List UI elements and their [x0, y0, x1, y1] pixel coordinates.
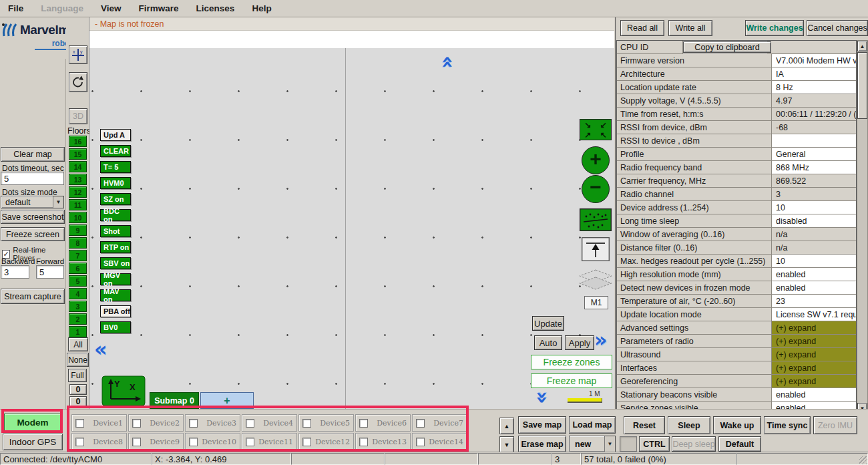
floor-button-2[interactable]: 2	[69, 313, 87, 325]
zero-imu-button[interactable]: Zero IMU	[813, 416, 857, 434]
erase-map-button[interactable]: Erase map	[518, 436, 566, 452]
map-cmd-sbv-on[interactable]: SBV on	[100, 257, 131, 269]
menu-firmware[interactable]: Firmware	[139, 3, 179, 13]
reset-button[interactable]: Reset	[624, 416, 665, 434]
write-changes-button[interactable]: Write changes	[745, 20, 804, 36]
param-value-parameters-of-radio[interactable]: (+) expand	[772, 335, 856, 347]
checkbox-icon[interactable]	[359, 419, 368, 428]
pan-left-icon[interactable]: «	[94, 341, 107, 358]
load-map-button[interactable]: Load map	[569, 416, 616, 434]
device-toggle-13[interactable]: Device13	[355, 433, 411, 450]
floor-button-4[interactable]: 4	[69, 288, 87, 299]
apply-button[interactable]: Apply	[565, 335, 594, 350]
floor-button-10[interactable]: 10	[69, 212, 87, 223]
checkbox-icon[interactable]	[359, 438, 368, 446]
ctrl-button[interactable]: CTRL	[639, 436, 670, 452]
map-cmd-bv0[interactable]: BV0	[100, 321, 131, 333]
device-list-up-button[interactable]: ▲	[499, 418, 514, 434]
param-value-interfaces[interactable]: (+) expand	[772, 361, 856, 374]
floor-button-12[interactable]: 12	[69, 186, 87, 198]
deep-sleep-button[interactable]: Deep sleep	[672, 436, 716, 452]
device-toggle-6[interactable]: Device6	[355, 414, 411, 432]
checkbox-icon[interactable]	[132, 438, 141, 446]
checkbox-icon[interactable]	[75, 419, 84, 428]
floor-none-button[interactable]: None	[67, 353, 89, 367]
rotate-view-button[interactable]	[69, 72, 87, 92]
freeze-map-button[interactable]: Freeze map	[531, 373, 612, 388]
read-all-button[interactable]: Read all	[620, 20, 664, 36]
m1-button[interactable]: M1	[584, 296, 608, 309]
floor-button-9[interactable]: 9	[69, 224, 87, 236]
dots-size-select[interactable]: default ▼	[1, 196, 64, 208]
chevron-down-icon[interactable]: ▼	[604, 436, 615, 452]
stream-capture-button[interactable]: Stream capture	[1, 289, 65, 304]
menu-file[interactable]: File	[8, 3, 23, 13]
pan-up-icon[interactable]: «	[439, 55, 457, 68]
checkbox-icon[interactable]	[416, 438, 425, 446]
3d-view-button[interactable]: 3D	[69, 108, 87, 124]
device-toggle-10[interactable]: Device10	[185, 433, 240, 450]
checkbox-icon[interactable]	[189, 438, 198, 446]
follow-arrow-icon[interactable]	[582, 237, 610, 261]
resize-grip[interactable]	[859, 456, 867, 464]
checkbox-icon[interactable]	[302, 419, 311, 428]
tab-indoor-gps[interactable]: Indoor GPS	[3, 434, 63, 450]
floor-full-button[interactable]: Full	[68, 369, 87, 382]
checkbox-icon[interactable]	[302, 438, 311, 446]
device-toggle-11[interactable]: Device11	[242, 433, 297, 450]
layers-icon[interactable]	[578, 269, 613, 293]
checkbox-icon[interactable]	[189, 419, 198, 428]
dots-view-icon[interactable]	[580, 208, 612, 231]
tab-modem[interactable]: Modem	[4, 414, 61, 431]
freeze-zones-button[interactable]: Freeze zones	[531, 355, 612, 369]
device-toggle-12[interactable]: Device12	[298, 433, 354, 450]
write-all-button[interactable]: Write all	[668, 20, 712, 36]
backward-input[interactable]: 3	[1, 265, 29, 279]
chevron-down-icon[interactable]: ▼	[53, 196, 63, 208]
update-button[interactable]: Update	[532, 316, 564, 331]
floor-button-3[interactable]: 3	[69, 301, 87, 312]
floor-button-6[interactable]: 6	[69, 263, 87, 274]
param-value-ultrasound[interactable]: (+) expand	[772, 348, 856, 361]
map-cmd-upd-a[interactable]: Upd A	[100, 129, 131, 141]
floor-button-5[interactable]: 5	[69, 275, 87, 287]
cancel-changes-button[interactable]: Cancel changes	[807, 20, 868, 36]
map-cmd-bdc-on[interactable]: BDC on	[100, 209, 131, 221]
map-cmd-rtp-on[interactable]: RTP on	[100, 241, 131, 253]
default-button[interactable]: Default	[718, 436, 761, 452]
device-toggle-3[interactable]: Device3	[185, 414, 240, 432]
add-submap-tab[interactable]: +	[200, 392, 254, 409]
device-toggle-14[interactable]: Device14	[412, 433, 467, 450]
zoom-out-icon[interactable]: −	[582, 175, 610, 203]
map-cmd-mgv-on[interactable]: MGV on	[100, 273, 131, 285]
device-toggle-4[interactable]: Device4	[242, 414, 297, 432]
save-screenshot-button[interactable]: Save screenshot	[1, 210, 65, 224]
map-cmd-mav-on[interactable]: MAV on	[100, 289, 131, 301]
param-value-georeferencing[interactable]: (+) expand	[772, 375, 856, 388]
parameters-scrollbar[interactable]: ▲ ▼	[857, 40, 868, 414]
checkbox-icon[interactable]	[246, 419, 254, 428]
xy-axes-button[interactable]: x y	[69, 45, 87, 64]
map-canvas[interactable]: Upd ACLEART= 5HVM0SZ onBDC onShotRTP onS…	[89, 48, 614, 409]
map-cmd-sz-on[interactable]: SZ on	[100, 193, 131, 205]
menu-help[interactable]: Help	[252, 3, 271, 13]
time-sync-button[interactable]: Time sync	[764, 416, 811, 434]
sleep-button[interactable]: Sleep	[668, 416, 710, 434]
floor-button-11[interactable]: 11	[69, 199, 87, 210]
floor-zero-button-1[interactable]: 0	[69, 384, 87, 395]
map-select[interactable]: new ▼	[569, 436, 616, 452]
scrollbar-thumb[interactable]	[857, 52, 867, 119]
device-toggle-2[interactable]: Device2	[128, 414, 184, 432]
device-toggle-8[interactable]: Device8	[71, 433, 127, 450]
device-toggle-7[interactable]: Device7	[412, 414, 467, 432]
floor-button-7[interactable]: 7	[69, 250, 87, 261]
floor-button-1[interactable]: 1	[69, 326, 87, 337]
floor-zero-button-2[interactable]: 0	[69, 396, 87, 407]
param-value-advanced-settings[interactable]: (+) expand	[772, 321, 856, 334]
forward-input[interactable]: 5	[36, 265, 64, 279]
floor-button-15[interactable]: 15	[69, 148, 87, 160]
map-cmd-pba-off[interactable]: PBA off	[100, 305, 131, 317]
pan-right-icon[interactable]: »	[594, 331, 607, 349]
zoom-in-icon[interactable]: +	[582, 146, 610, 174]
device-list-down-button[interactable]: ▼	[499, 436, 514, 453]
